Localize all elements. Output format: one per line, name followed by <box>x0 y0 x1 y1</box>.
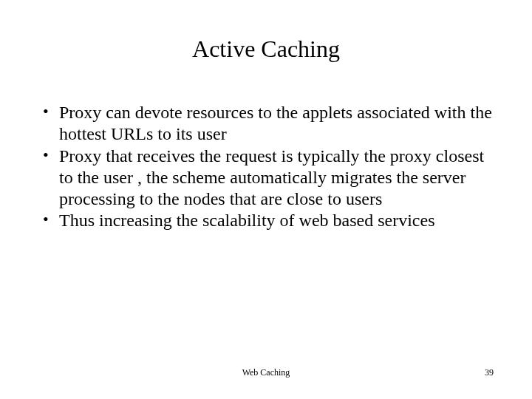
bullet-list: Proxy can devote resources to the applet… <box>40 102 492 232</box>
slide-body: Proxy can devote resources to the applet… <box>40 102 492 232</box>
page-number: 39 <box>485 367 494 378</box>
bullet-item: Proxy can devote resources to the applet… <box>40 102 492 146</box>
bullet-item: Thus increasing the scalability of web b… <box>40 210 492 231</box>
slide-title: Active Caching <box>0 35 532 63</box>
slide: Active Caching Proxy can devote resource… <box>0 0 532 399</box>
bullet-item: Proxy that receives the request is typic… <box>40 146 492 211</box>
footer-label: Web Caching <box>0 367 532 378</box>
